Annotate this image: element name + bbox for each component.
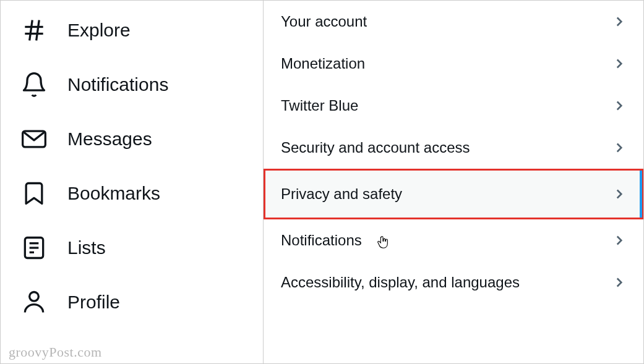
list-icon bbox=[20, 234, 48, 261]
hash-icon bbox=[20, 17, 48, 44]
settings-label: Twitter Blue bbox=[281, 97, 358, 114]
nav-explore[interactable]: Explore bbox=[14, 3, 263, 57]
settings-your-account[interactable]: Your account bbox=[264, 1, 643, 43]
nav-label: Notifications bbox=[67, 74, 168, 95]
settings-notifications[interactable]: Notifications bbox=[264, 219, 643, 261]
chevron-right-icon bbox=[611, 13, 628, 30]
chevron-right-icon bbox=[611, 139, 628, 156]
settings-label: Monetization bbox=[281, 55, 365, 72]
settings-security-access[interactable]: Security and account access bbox=[264, 127, 643, 169]
settings-panel: Your account Monetization Twitter Blue S… bbox=[264, 1, 643, 363]
chevron-right-icon bbox=[611, 185, 628, 203]
nav-label: Profile bbox=[67, 292, 120, 313]
chevron-right-icon bbox=[611, 97, 628, 114]
settings-label: Security and account access bbox=[281, 139, 470, 156]
active-indicator bbox=[640, 171, 642, 218]
settings-accessibility[interactable]: Accessibility, display, and languages bbox=[264, 261, 643, 303]
svg-line-3 bbox=[36, 20, 40, 41]
settings-monetization[interactable]: Monetization bbox=[264, 43, 643, 85]
nav-label: Explore bbox=[67, 20, 131, 41]
settings-label: Privacy and safety bbox=[281, 185, 402, 203]
settings-privacy-safety[interactable]: Privacy and safety bbox=[264, 169, 643, 219]
chevron-right-icon bbox=[611, 232, 628, 249]
nav-label: Messages bbox=[67, 129, 152, 150]
bell-icon bbox=[20, 71, 48, 98]
nav-notifications[interactable]: Notifications bbox=[14, 57, 263, 112]
person-icon bbox=[20, 289, 48, 316]
nav-lists[interactable]: Lists bbox=[14, 221, 263, 275]
svg-line-2 bbox=[30, 20, 33, 41]
settings-label: Accessibility, display, and languages bbox=[281, 274, 520, 291]
envelope-icon bbox=[20, 125, 48, 153]
nav-messages[interactable]: Messages bbox=[14, 112, 263, 166]
svg-point-9 bbox=[30, 292, 39, 302]
nav-bookmarks[interactable]: Bookmarks bbox=[14, 166, 263, 221]
nav-profile[interactable]: Profile bbox=[14, 275, 263, 329]
chevron-right-icon bbox=[611, 274, 628, 291]
settings-twitter-blue[interactable]: Twitter Blue bbox=[264, 85, 643, 127]
settings-label: Your account bbox=[281, 13, 367, 30]
bookmark-icon bbox=[20, 180, 48, 207]
app-frame: Explore Notifications Messages bbox=[0, 0, 644, 364]
nav-label: Bookmarks bbox=[67, 183, 160, 204]
nav-label: Lists bbox=[67, 237, 106, 258]
settings-label: Notifications bbox=[281, 232, 362, 249]
sidebar-nav: Explore Notifications Messages bbox=[1, 1, 264, 363]
chevron-right-icon bbox=[611, 55, 628, 72]
